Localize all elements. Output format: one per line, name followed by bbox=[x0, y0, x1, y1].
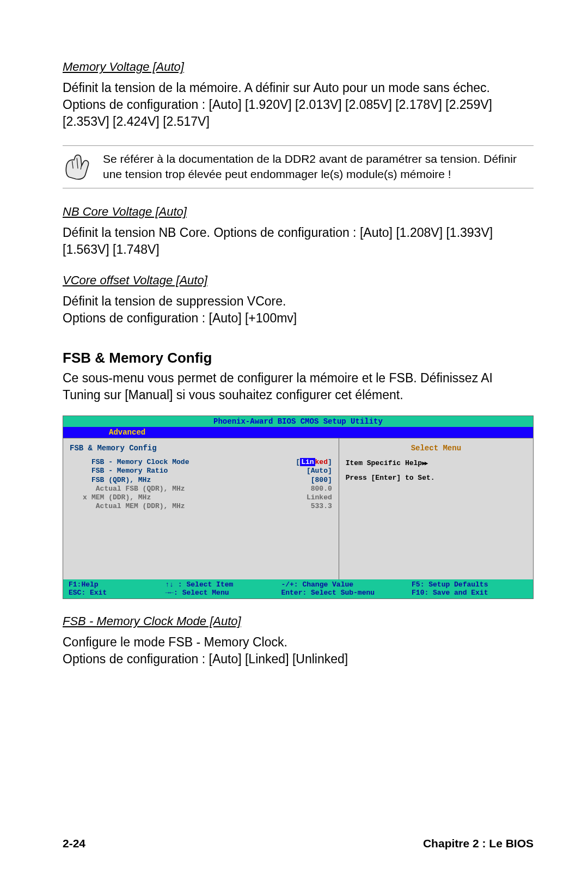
fsb-clock-body: Configure le mode FSB - Memory Clock. Op… bbox=[63, 634, 534, 668]
bios-screenshot: Phoenix-Award BIOS CMOS Setup Utility Ad… bbox=[63, 415, 534, 599]
key-change: -/+: Change Value bbox=[281, 581, 412, 589]
bios-row: FSB (QDR), MHz[800] bbox=[83, 476, 332, 485]
bios-row: Actual MEM (DDR), MHz533.3 bbox=[83, 502, 332, 511]
vcore-heading: VCore offset Voltage [Auto] bbox=[63, 273, 534, 288]
key-esc: ESC: Exit bbox=[69, 589, 165, 597]
note-block: Se référer à la documentation de la DDR2… bbox=[63, 145, 534, 188]
key-updown: ↑↓ : Select Item bbox=[165, 581, 281, 589]
bios-left-pane: FSB & Memory Config FSB - Memory Clock M… bbox=[63, 438, 339, 579]
bios-key-footer: F1:Help ↑↓ : Select Item -/+: Change Val… bbox=[63, 579, 533, 598]
mem-voltage-heading: Memory Voltage [Auto] bbox=[63, 60, 534, 74]
fsb-config-title: FSB & Memory Config bbox=[63, 350, 534, 366]
nbcore-body: Définit la tension NB Core. Options de c… bbox=[63, 224, 534, 258]
page-number: 2-24 bbox=[63, 837, 85, 850]
chapter-label: Chapitre 2 : Le BIOS bbox=[423, 837, 534, 850]
bios-right-title: Select Menu bbox=[346, 444, 526, 453]
arrow-right-icon: ▶▶ bbox=[422, 460, 427, 467]
key-enter: Enter: Select Sub-menu bbox=[281, 589, 412, 597]
nbcore-heading: NB Core Voltage [Auto] bbox=[63, 205, 534, 219]
vcore-body: Définit la tension de suppression VCore.… bbox=[63, 293, 534, 327]
bios-tab-bar: Advanced bbox=[63, 427, 533, 438]
page-footer: 2-24 Chapitre 2 : Le BIOS bbox=[63, 837, 534, 850]
key-leftright: →←: Select Menu bbox=[165, 589, 281, 597]
bios-help-label: Item Specific Help▶▶ bbox=[346, 459, 526, 467]
bios-row: Actual FSB (QDR), MHz 800.0 bbox=[83, 485, 332, 493]
bios-title-bar: Phoenix-Award BIOS CMOS Setup Utility bbox=[63, 416, 533, 427]
note-text: Se référer à la documentation de la DDR2… bbox=[103, 151, 534, 182]
mem-voltage-body: Définit la tension de la mémoire. A défi… bbox=[63, 80, 534, 130]
bios-left-title: FSB & Memory Config bbox=[70, 444, 332, 453]
bios-help-text: Press [Enter] to Set. bbox=[346, 474, 526, 482]
note-hand-icon bbox=[63, 151, 93, 182]
bios-row: FSB - Memory Clock Mode[Linked] bbox=[83, 458, 332, 467]
bios-row: xMEM (DDR), MHzLinked bbox=[83, 493, 332, 502]
fsb-clock-heading: FSB - Memory Clock Mode [Auto] bbox=[63, 614, 534, 628]
key-f10: F10: Save and Exit bbox=[412, 589, 528, 597]
fsb-config-body: Ce sous-menu vous permet de configurer l… bbox=[63, 370, 534, 404]
key-f1: F1:Help bbox=[69, 581, 165, 589]
bios-right-pane: Select Menu Item Specific Help▶▶ Press [… bbox=[339, 438, 533, 579]
bios-row: FSB - Memory Ratio[Auto] bbox=[83, 467, 332, 475]
key-f5: F5: Setup Defaults bbox=[412, 581, 528, 589]
